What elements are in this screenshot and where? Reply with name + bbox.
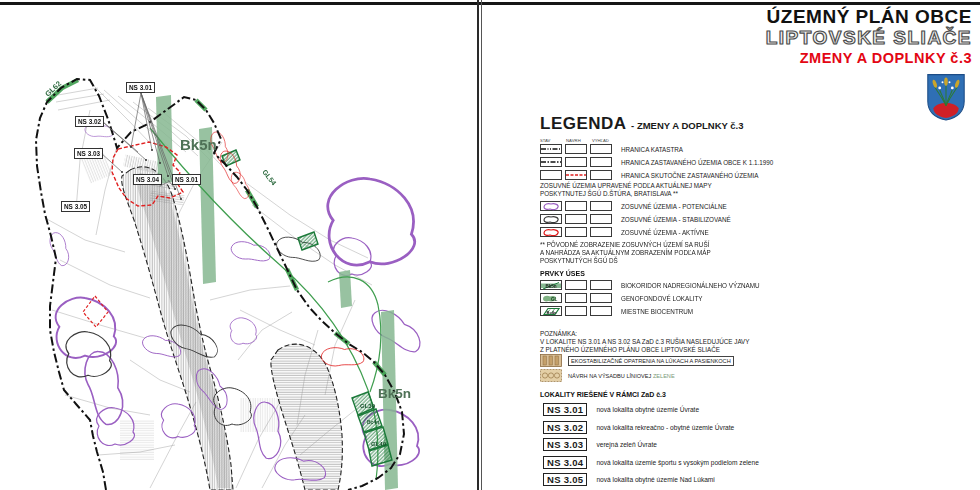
note-body: V LOKALITE NS 3.01 A NS 3.02 SA ZaD č.3 … — [540, 338, 820, 354]
swatch-red-dash-line — [565, 170, 587, 180]
locality-desc: nová lokalita územie športu s vysokým po… — [596, 459, 758, 466]
urban-area — [122, 167, 343, 490]
map-label-ns305: NS 3.05 — [61, 201, 90, 212]
svg-text:GL: GL — [551, 297, 558, 302]
zoning-map: GL62 GL54 Bk5n Bk5n GL39 Bc4n GL40 — [0, 0, 470, 490]
legend-heading: LEGENDA - ZMENY A DOPLNKY č.3 — [540, 114, 744, 134]
swatch-empty — [590, 201, 612, 211]
municipal-coat-of-arms — [925, 70, 967, 124]
swatch-empty — [590, 306, 612, 316]
legend-row-biocentrum: Bc4n MIESTNE BIOCENTRUM — [540, 306, 760, 316]
line-greenery-icon — [540, 369, 562, 382]
localities-heading: LOKALITY RIEŠENÉ V RÁMCI ZaD č.3 — [540, 391, 666, 398]
locality-desc: nová lokalita obytné územie Nad Lúkami — [596, 476, 714, 483]
legend-uses-table: Bk5n BIOKORIDOR NADREGIONÁLNEHO VÝZNAMU … — [540, 280, 760, 319]
locality-desc: nová lokalita rekreačno - obytné územie … — [596, 424, 734, 431]
legend-row-zosuvne-stabilizovane: ZOSUVNÉ ÚZEMIA - STABILIZOVANÉ — [540, 214, 731, 224]
localities-list: NS 3.01 nová lokalita obytné územie Úvra… — [543, 403, 759, 490]
swatch-empty — [565, 227, 587, 237]
meadow-measures-icon — [540, 354, 562, 367]
map-label-ns303: NS 3.03 — [74, 148, 103, 159]
legend-row-hranica-skutocne: HRANICA SKUTOČNE ZASTAVANÉHO ÚZEMIA — [540, 170, 773, 180]
svg-text:Bc4n: Bc4n — [547, 309, 557, 314]
svg-text:Bk5n: Bk5n — [545, 284, 556, 289]
locality-code: NS 3.03 — [543, 438, 587, 451]
swatch-empty — [590, 157, 612, 167]
list-item-ns301: NS 3.01 nová lokalita obytné územie Úvra… — [543, 403, 759, 416]
swatch-empty — [540, 170, 562, 180]
list-item-ns304: NS 3.04 nová lokalita územie športu s vy… — [543, 456, 759, 469]
map-label-ns304: NS 3.04 — [133, 174, 162, 185]
page-title-line2: LIPTOVSKÉ SLIAČE — [766, 28, 972, 49]
map-label-bk5n-upper: Bk5n — [180, 136, 217, 153]
legend-boundary-table: HRANICA KATASTRA HRANICA ZASTAVANÉHO ÚZE… — [540, 144, 773, 183]
legend-row-biokoridor: Bk5n BIOKORIDOR NADREGIONÁLNEHO VÝZNAMU — [540, 280, 760, 290]
zelene-word: ZELENE — [653, 373, 675, 379]
legend-row-hranica-katastra: HRANICA KATASTRA — [540, 144, 773, 154]
swatch-purple-blob — [540, 201, 562, 211]
swatch-red-blob — [540, 227, 562, 237]
map-label-gl40: GL40 — [371, 441, 387, 447]
page-title-line3: ZMENY A DOPLNKY č.3 — [766, 51, 972, 67]
swatch-biocorridor: Bk5n — [540, 280, 562, 290]
panel-divider — [477, 0, 479, 490]
legend-heading-suffix: - ZMENY A DOPLNKY č.3 — [631, 120, 743, 131]
swatch-empty — [565, 144, 587, 154]
map-label-ns301-mid: NS 3.01 — [172, 174, 201, 185]
uses-heading: PRVKY ÚSES — [540, 270, 585, 277]
swatch-empty — [565, 157, 587, 167]
list-item-ns305: NS 3.05 nová lokalita obytné územie Nad … — [543, 473, 759, 486]
legend-row-genofond: GL GENOFONDOVÉ LOKALITY — [540, 293, 760, 303]
legend-heading-main: LEGENDA — [540, 114, 627, 133]
swatch-dashdotdot-line — [540, 144, 562, 154]
legend-landslide-table: ZOSUVNÉ ÚZEMIA - POTENCIÁLNE ZOSUVNÉ ÚZE… — [540, 201, 731, 240]
landslide-note: ZOSUVNÉ ÚZEMIA UPRAVENÉ PODĽA AKTUÁLNEJ … — [540, 182, 820, 198]
swatch-biocentrum: Bc4n — [540, 306, 562, 316]
locality-code: NS 3.02 — [543, 421, 587, 434]
legend-column-headers: STAV NÁVRH VÝHĽAD — [540, 138, 620, 143]
legend-row-hranica-zastavaneho: HRANICA ZASTAVANÉHO ÚZEMIA OBCE K 1.1.19… — [540, 157, 773, 167]
locality-code: NS 3.01 — [543, 403, 587, 416]
title-block: ÚZEMNÝ PLÁN OBCE LIPTOVSKÉ SLIAČE ZMENY … — [766, 7, 972, 67]
swatch-empty — [565, 201, 587, 211]
note-row-ekostabilizacne: EKOSTABILIZAČNÉ OPATRENIA NA LÚKACH A PA… — [540, 354, 734, 367]
map-label-gl54: GL54 — [261, 168, 277, 186]
col-stav: STAV — [540, 138, 566, 143]
locality-desc: verejná zeleň Úvrate — [596, 441, 656, 448]
swatch-empty — [565, 280, 587, 290]
map-label-bk5n-lower: Bk5n — [378, 386, 411, 401]
swatch-empty — [590, 293, 612, 303]
legend-row-zosuvne-potencialne: ZOSUVNÉ ÚZEMIA - POTENCIÁLNE — [540, 201, 731, 211]
swatch-genofond: GL — [540, 293, 562, 303]
swatch-empty — [590, 280, 612, 290]
swatch-empty — [565, 293, 587, 303]
swatch-dashdot-line — [540, 157, 562, 167]
legend-row-zosuvne-aktivne: ZOSUVNÉ ÚZEMIA - AKTÍVNE — [540, 227, 731, 237]
note-row-vysadba: NÁVRH NA VÝSADBU LÍNIOVEJ ZELENE — [540, 369, 734, 382]
swatch-empty — [590, 227, 612, 237]
page-title-line1: ÚZEMNÝ PLÁN OBCE — [766, 7, 972, 28]
note-icon-rows: EKOSTABILIZAČNÉ OPATRENIA NA LÚKACH A PA… — [540, 354, 734, 384]
locality-desc: nová lokalita obytné územie Úvrate — [596, 406, 699, 413]
map-label-ns301-top: NS 3.01 — [126, 82, 155, 93]
map-label-ns302: NS 3.02 — [75, 116, 104, 127]
note-heading: POZNÁMKA: — [540, 330, 820, 338]
list-item-ns303: NS 3.03 verejná zeleň Úvrate — [543, 438, 759, 451]
col-navrh: NÁVRH — [566, 138, 592, 143]
swatch-empty — [590, 170, 612, 180]
locality-code: NS 3.04 — [543, 456, 587, 469]
col-vyhlad: VÝHĽAD — [592, 138, 618, 143]
landslide-footnote: ** PÔVODNÉ ZOBRAZENIE ZOSUVNÝCH ÚZEMÍ SA… — [540, 241, 820, 266]
swatch-empty — [590, 144, 612, 154]
swatch-empty — [590, 214, 612, 224]
list-item-ns302: NS 3.02 nová lokalita rekreačno - obytné… — [543, 421, 759, 434]
map-label-bc4n: Bc4n — [367, 419, 379, 425]
locality-code: NS 3.05 — [543, 473, 587, 486]
plan-sheet: GL62 GL54 Bk5n Bk5n GL39 Bc4n GL40 NS 3.… — [0, 0, 980, 490]
swatch-empty — [565, 214, 587, 224]
map-label-gl39: GL39 — [360, 403, 376, 409]
swatch-black-blob — [540, 214, 562, 224]
swatch-empty — [565, 306, 587, 316]
panel-divider-inner — [481, 0, 482, 490]
